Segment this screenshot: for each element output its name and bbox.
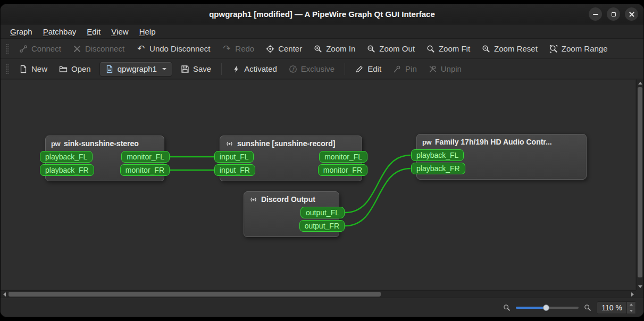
port-input-fl[interactable]: input_FL [214,151,254,163]
port-monitor-fr[interactable]: monitor_FR [318,164,367,176]
maximize-button[interactable] [607,7,620,21]
save-button[interactable]: Save [175,61,216,77]
new-document-icon [19,65,28,73]
triangle-up-icon [638,82,642,85]
zoom-spin-up-button[interactable] [627,302,635,308]
zoom-range-button[interactable]: Zoom Range [544,41,613,57]
triangle-left-icon [3,292,6,297]
node-title: Family 17h/19h HD Audio Contr... [435,138,552,146]
menu-view[interactable]: View [106,24,134,38]
menu-graph[interactable]: Graph [5,24,38,38]
open-button[interactable]: Open [54,61,96,77]
port-playback-fl[interactable]: playback_FL [411,149,464,161]
port-monitor-fr[interactable]: monitor_FR [120,164,170,176]
edit-button[interactable]: Edit [350,61,387,77]
connect-button[interactable]: Connect [14,41,66,57]
patchbay-document-icon [105,65,114,73]
zoom-in-button[interactable]: Zoom In [308,41,361,57]
node-discord-output[interactable]: Discord Output output_FL output_FR [244,191,339,237]
node-sink-sunshine-stereo[interactable]: pw sink-sunshine-stereo playback_FL play… [45,136,164,181]
menu-help[interactable]: Help [134,24,161,38]
titlebar[interactable]: qpwgraph1 [modified] — A PipeWire Graph … [1,4,643,24]
redo-button[interactable]: ↷ Redo [216,41,260,57]
patchbay-selector-value: qpwgraph1 [118,64,157,73]
menu-patchbay[interactable]: Patchbay [38,24,82,38]
zoom-in-icon [314,45,322,53]
close-button[interactable] [625,7,638,21]
triangle-up-icon [630,303,633,306]
vertical-scrollbar[interactable] [636,79,643,290]
undo-disconnect-button[interactable]: ↶ Undo Disconnect [131,41,215,57]
statusbar: 110 % [1,298,643,317]
toolbar-handle[interactable] [5,43,9,55]
pipewire-icon: pw [51,140,60,148]
zoom-fit-icon [426,45,435,53]
unpin-icon [429,65,437,73]
zoom-out-button[interactable]: Zoom Out [362,41,420,57]
graph-toolbar: Connect Disconnect ↶ Undo Disconnect ↷ R… [1,39,643,59]
scroll-right-button[interactable] [629,291,636,298]
node-family-hd-audio[interactable]: pw Family 17h/19h HD Audio Contr... play… [416,134,587,180]
menu-edit[interactable]: Edit [81,24,106,38]
chevron-down-icon [162,68,166,70]
maximize-icon [612,12,616,16]
port-playback-fr[interactable]: playback_FR [411,163,465,174]
horizontal-scrollbar-thumb[interactable] [9,292,381,297]
window-controls [589,4,638,24]
zoom-spinbox[interactable]: 110 % [597,301,636,314]
center-button[interactable]: Center [261,41,307,57]
unpin-button[interactable]: Unpin [423,61,467,77]
save-icon [181,65,189,73]
horizontal-scrollbar[interactable] [1,290,636,298]
port-output-fr[interactable]: output_FR [299,220,345,232]
zoom-out-icon [367,45,375,53]
zoom-spin-down-button[interactable] [627,308,635,314]
scroll-down-button[interactable] [637,283,644,290]
toolbar-separator [345,63,345,75]
minimize-button[interactable] [589,7,602,21]
speaker-icon [225,140,233,148]
pin-button[interactable]: Pin [388,61,422,77]
zoom-slider-fill [516,307,546,309]
graph-canvas[interactable]: pw sink-sunshine-stereo playback_FL play… [1,79,636,290]
node-sunshine[interactable]: sunshine [sunshine-record] input_FL inpu… [220,136,362,181]
zoom-slider[interactable] [516,303,579,312]
toolbar-separator [221,63,222,75]
patchbay-selector[interactable]: qpwgraph1 [99,62,172,77]
zoom-slider-handle[interactable] [543,305,549,311]
window-title: qpwgraph1 [modified] — A PipeWire Graph … [1,10,643,19]
port-monitor-fl[interactable]: monitor_FL [319,151,367,163]
triangle-down-icon [638,285,642,288]
center-icon [266,45,274,53]
exclusive-toggle[interactable]: ƒ Exclusive [283,61,340,77]
vertical-scrollbar-thumb[interactable] [638,87,642,277]
edit-pencil-icon [355,65,364,73]
open-folder-icon [59,65,68,73]
port-playback-fl[interactable]: playback_FL [40,151,93,163]
port-input-fr[interactable]: input_FR [214,164,255,176]
node-title: sink-sunshine-stereo [64,139,139,148]
new-button[interactable]: New [14,61,53,77]
scroll-up-button[interactable] [637,79,644,87]
scroll-left-button[interactable] [1,291,8,298]
connection-wires[interactable] [1,80,635,290]
close-icon [629,11,635,18]
menubar: Graph Patchbay Edit View Help [1,24,643,39]
port-monitor-fl[interactable]: monitor_FL [121,151,170,163]
zoom-in-small-icon [584,304,591,311]
exclusive-icon: ƒ [289,65,297,73]
pipewire-icon: pw [422,138,431,146]
port-playback-fr[interactable]: playback_FR [40,164,94,176]
disconnect-icon [73,45,81,53]
toolbar-handle[interactable] [5,63,9,75]
pin-icon [393,65,402,73]
port-output-fl[interactable]: output_FL [300,207,345,218]
zoom-reset-button[interactable]: Zoom Reset [476,41,543,57]
zoom-value: 110 % [597,303,626,312]
scrollbar-corner [636,290,643,298]
zoom-fit-button[interactable]: Zoom Fit [421,41,475,57]
zoom-reset-icon [482,45,490,53]
disconnect-button[interactable]: Disconnect [68,41,130,57]
speaker-icon [249,196,257,204]
activated-toggle[interactable]: Activated [227,61,282,77]
